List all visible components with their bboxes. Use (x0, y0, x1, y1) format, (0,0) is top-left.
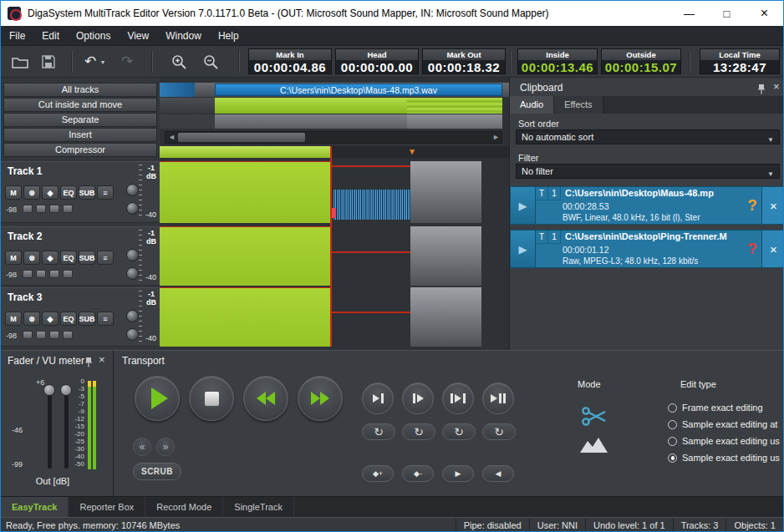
jump-next-button[interactable]: » (156, 438, 175, 456)
scrollbar-thumb[interactable] (178, 133, 305, 142)
close-button[interactable]: × (746, 2, 783, 26)
mute-button[interactable]: M (5, 185, 22, 200)
radio-icon[interactable] (668, 453, 677, 463)
close-panel-icon[interactable]: × (773, 81, 780, 93)
clipboard-item[interactable]: ▶ T 1 C:\Users\nin\Desktop\Ping-Trenner.… (510, 230, 784, 268)
radio-sample-exact-editing-3[interactable]: Sample exact editing us (668, 453, 780, 463)
clipboard-item[interactable]: ▶ T 1 C:\Users\nin\Desktop\Maus-48.mp 00… (510, 186, 784, 225)
scroll-right-icon[interactable]: ► (492, 131, 500, 144)
timeline-marker-icon[interactable]: ▼ (408, 147, 416, 157)
sub-button[interactable]: SUB (79, 185, 95, 200)
radio-frame-exact-editing[interactable]: Frame exact editing (668, 403, 763, 413)
file-title-bar[interactable]: C:\Users\nin\Desktop\Maus-48.mp3.wav (215, 84, 502, 96)
maximize-button[interactable]: □ (708, 2, 746, 26)
compressor-button[interactable]: Compressor (3, 143, 157, 157)
play-forward-button[interactable]: ▶ (442, 465, 474, 482)
radio-sample-exact-editing-1[interactable]: Sample exact editing at (668, 419, 777, 429)
envelope-mode-icon[interactable] (580, 437, 608, 457)
rewind-button[interactable] (243, 376, 288, 421)
menu-edit[interactable]: Edit (33, 26, 68, 46)
remove-clip-button[interactable]: × (761, 231, 784, 267)
solo-button[interactable]: ⊗ (23, 312, 40, 326)
remove-clip-button[interactable]: × (761, 187, 784, 224)
track-menu-button[interactable]: ≡ (97, 312, 114, 326)
all-tracks-button[interactable]: All tracks (3, 83, 157, 97)
jump-prev-button[interactable]: « (133, 438, 151, 456)
pan-button[interactable]: ◆ (42, 312, 59, 326)
stop-button[interactable] (189, 376, 234, 421)
radio-icon[interactable] (668, 420, 677, 429)
fader-handle-left[interactable] (43, 384, 55, 396)
play-from-mark-button[interactable] (402, 383, 434, 414)
pan-button[interactable]: ◆ (42, 185, 59, 200)
menu-options[interactable]: Options (68, 26, 119, 46)
filter-dropdown[interactable]: No filter ▼ (516, 164, 780, 179)
menu-help[interactable]: Help (210, 26, 247, 46)
sub-button[interactable]: SUB (79, 312, 95, 326)
tab-easytrack[interactable]: EasyTrack (1, 497, 69, 518)
minimize-button[interactable]: — (670, 2, 708, 26)
sort-order-dropdown[interactable]: No automatic sort ▼ (516, 129, 780, 144)
volume-knob[interactable] (126, 310, 139, 322)
volume-knob[interactable] (126, 184, 139, 196)
menu-view[interactable]: View (119, 26, 157, 46)
track3-pending-clip[interactable] (410, 287, 481, 347)
timeline-ruler[interactable] (331, 146, 509, 158)
playhead[interactable] (330, 146, 332, 347)
tab-reporter-box[interactable]: Reporter Box (69, 497, 145, 518)
fast-forward-button[interactable] (298, 376, 343, 421)
scissors-icon[interactable] (582, 406, 608, 431)
save-icon[interactable] (38, 53, 59, 71)
loop-button-3[interactable]: ↻ (442, 423, 476, 440)
mute-button[interactable]: M (5, 251, 22, 265)
track-menu-button[interactable]: ≡ (97, 251, 114, 265)
loop-button-2[interactable]: ↻ (402, 423, 435, 440)
scroll-left-icon[interactable]: ◄ (168, 131, 176, 144)
track2-audio-clip[interactable] (160, 226, 331, 286)
menu-window[interactable]: Window (157, 26, 210, 46)
zoom-out-icon[interactable] (200, 53, 221, 71)
tab-audio[interactable]: Audio (510, 96, 554, 114)
eq-button[interactable]: EQ (60, 185, 77, 200)
pan-knob[interactable] (126, 202, 139, 215)
remove-marker-button[interactable]: ◆- (402, 465, 434, 482)
cut-inside-and-move-button[interactable]: Cut inside and move (3, 98, 157, 112)
radio-sample-exact-editing-2[interactable]: Sample exact editing us (668, 436, 780, 446)
loop-button-4[interactable]: ↻ (482, 423, 516, 440)
solo-button[interactable]: ⊗ (23, 185, 40, 200)
pan-knob[interactable] (126, 328, 139, 341)
play-clip-button[interactable]: ▶ (511, 187, 536, 224)
eq-button[interactable]: EQ (60, 251, 77, 265)
mute-button[interactable]: M (5, 312, 22, 326)
tab-record-mode[interactable]: Record Mode (145, 497, 223, 518)
redo-icon[interactable]: ↷ (116, 53, 138, 71)
timeline-ruler-selection[interactable] (160, 146, 331, 158)
loop-button-1[interactable]: ↻ (362, 423, 395, 440)
play-button[interactable] (135, 376, 180, 421)
track1-audio-clip[interactable] (160, 161, 331, 223)
radio-icon[interactable] (668, 403, 677, 413)
separate-button[interactable]: Separate (3, 113, 157, 127)
sub-button[interactable]: SUB (79, 251, 95, 265)
tab-singletrack[interactable]: SingleTrack (223, 497, 294, 518)
eq-button[interactable]: EQ (60, 312, 77, 326)
play-reverse-button[interactable]: ◀ (482, 465, 514, 482)
track3-audio-clip[interactable] (160, 287, 331, 347)
radio-icon[interactable] (668, 437, 677, 446)
pan-knob[interactable] (126, 267, 139, 280)
scrub-button[interactable]: SCRUB (133, 463, 181, 480)
pin-icon[interactable] (84, 356, 93, 371)
menu-file[interactable]: File (1, 26, 33, 46)
solo-button[interactable]: ⊗ (23, 251, 40, 265)
tab-effects[interactable]: Effects (554, 96, 603, 114)
track1-pending-clip[interactable] (410, 161, 481, 223)
fader-track-left[interactable] (48, 388, 52, 469)
play-clip-button[interactable]: ▶ (511, 231, 536, 267)
play-selection-button[interactable] (442, 383, 474, 414)
open-folder-icon[interactable] (9, 53, 31, 71)
add-marker-button[interactable]: ◆+ (362, 465, 394, 482)
pan-button[interactable]: ◆ (42, 251, 59, 265)
track2-pending-clip[interactable] (410, 226, 481, 286)
zoom-in-icon[interactable] (168, 53, 190, 71)
track-menu-button[interactable]: ≡ (97, 185, 114, 200)
